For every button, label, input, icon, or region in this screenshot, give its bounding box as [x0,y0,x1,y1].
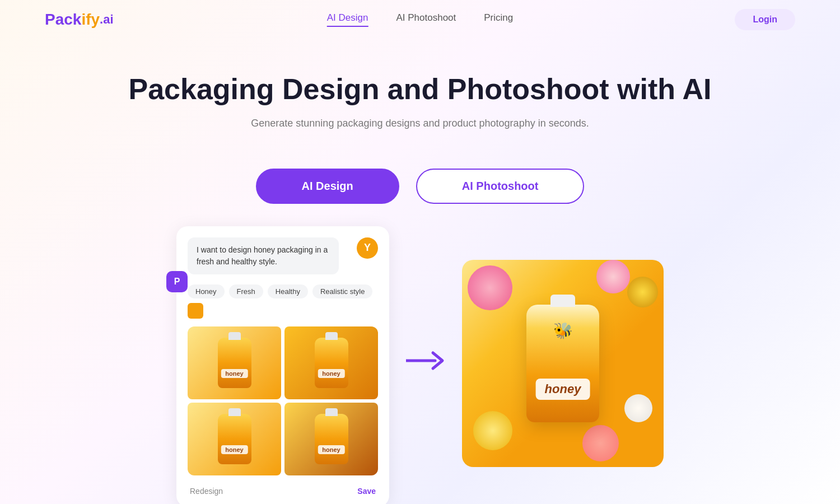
logo-pack: Pack [45,11,81,29]
honey-bottle-2: honey [315,338,348,388]
honey-bottle-1: honey [218,338,251,388]
color-swatch[interactable] [188,303,203,319]
honey-label-2: honey [318,369,344,378]
product-photo: 🐝 honey [462,260,664,467]
tag-fresh[interactable]: Fresh [229,284,263,298]
packify-badge: P [166,271,188,292]
hero-section: Packaging Design and Photoshoot with AI … [0,39,840,169]
logo[interactable]: Packify.ai [45,11,114,29]
grid-cell-1: honey [188,326,281,399]
logo-ai: .ai [100,12,113,27]
save-label[interactable]: Save [357,487,376,496]
user-avatar: Y [357,237,378,259]
honey-label-3: honey [221,445,248,454]
tag-realistic[interactable]: Realistic style [312,284,372,298]
main-bottle-cap [550,295,575,307]
toggle-row: AI Design AI Photoshoot [0,169,840,204]
ai-photoshoot-toggle[interactable]: AI Photoshoot [416,169,585,204]
ai-design-toggle[interactable]: AI Design [256,169,399,204]
grid-cell-3: honey [188,403,281,475]
navbar: Packify.ai AI Design AI Photoshoot Prici… [0,0,840,39]
honey-label-4: honey [318,445,344,454]
bee-icon: 🐝 [553,321,573,340]
flower-yellow-2 [627,277,658,307]
main-bottle: 🐝 honey [526,305,599,422]
flower-pink-2 [596,260,630,293]
main-bottle-label: honey [536,379,590,400]
honey-bottle-3: honey [218,414,251,464]
tag-honey[interactable]: Honey [188,284,225,298]
honey-label-1: honey [221,369,248,378]
flower-yellow-1 [473,411,512,450]
grid-cell-4: honey [284,403,378,475]
flower-white-1 [624,394,652,422]
image-grid: honey honey honey honey [188,326,378,475]
redesign-label[interactable]: Redesign [190,487,223,496]
redesign-bar: Redesign Save [188,483,378,496]
arrow-icon [406,349,445,372]
logo-ify: ify [81,11,100,29]
grid-cell-2: honey [284,326,378,399]
nav-ai-design[interactable]: AI Design [327,12,368,27]
main-bottle-shape: 🐝 honey [526,305,599,422]
flower-pink-3 [582,425,619,461]
nav-ai-photoshoot[interactable]: AI Photoshoot [396,12,456,27]
chat-bubble: I want to design honey packaging in a fr… [188,237,339,274]
nav-links: AI Design AI Photoshoot Pricing [327,12,513,27]
panel-top: I want to design honey packaging in a fr… [188,237,378,274]
tags-row: Honey Fresh Healthy Realistic style [188,284,378,319]
arrow-area [389,349,462,372]
nav-pricing[interactable]: Pricing [484,12,513,27]
right-panel: 🐝 honey [462,260,664,467]
tag-healthy[interactable]: Healthy [268,284,308,298]
honey-bottle-4: honey [315,414,348,464]
left-panel: P I want to design honey packaging in a … [176,226,389,504]
hero-subtitle: Generate stunning packaging designs and … [11,118,829,129]
flower-pink-1 [468,265,512,310]
login-button[interactable]: Login [735,9,795,30]
demo-area: P I want to design honey packaging in a … [84,226,756,504]
hero-title: Packaging Design and Photoshoot with AI [11,73,829,106]
